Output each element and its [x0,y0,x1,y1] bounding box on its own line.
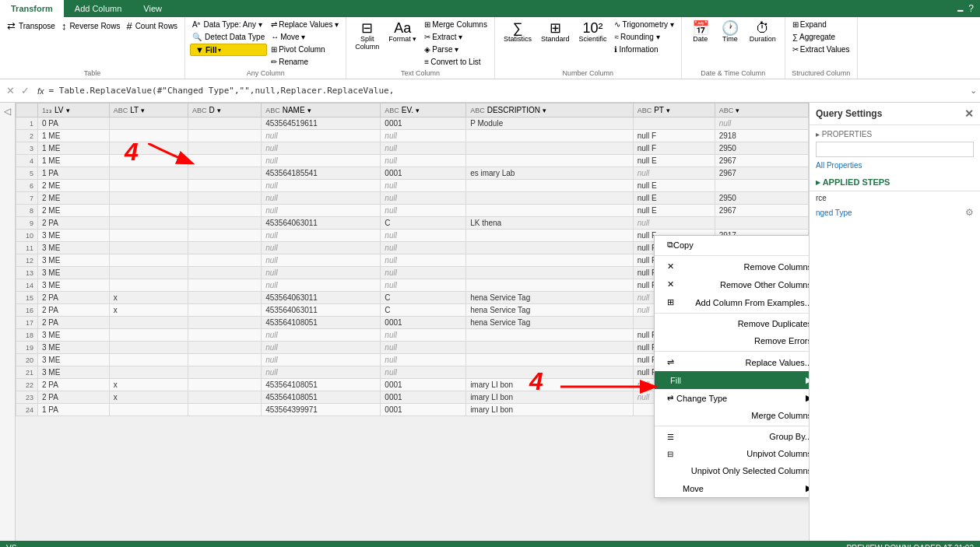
properties-section: ▸ PROPERTIES All Properties [810,125,980,174]
extract-values-button[interactable]: ✂ Extract Values [790,44,852,55]
col-header-d[interactable]: ABC D ▾ [188,103,262,117]
col-header-rownum [16,103,38,117]
pivot-column-button[interactable]: ⊞ Pivot Column [269,44,341,55]
transpose-icon: ⇄ [7,20,16,32]
remove-col-icon: ✕ [667,261,674,272]
scientific-button[interactable]: 10² Scientific [574,19,610,45]
sidebar-collapse-icon[interactable]: ◁ [4,106,11,117]
replace-values-button[interactable]: ⇌ Replace Values ▾ [269,19,341,30]
statistics-button[interactable]: ∑ Statistics [500,19,536,45]
rounding-button[interactable]: ≈ Rounding ▾ [612,31,676,43]
step-source[interactable]: rce [810,191,980,205]
scientific-icon: 10² [582,21,602,35]
duration-icon: ⏱ [756,21,770,35]
col-header-name[interactable]: ABC NAME ▾ [262,103,381,117]
ctx-unpivot-columns[interactable]: ⊟ Unpivot Columns [655,445,809,462]
ribbon-group-text-column: ⊟ SplitColumn Aa Format ▾ ⊞ Merge Column… [346,17,495,79]
ctx-replace-values[interactable]: ⇌ Replace Values... [655,353,809,371]
format-button[interactable]: Aa Format ▾ [385,19,420,45]
table-row[interactable]: 51 PA4535641855410001es imary Labnull296… [16,167,809,180]
minimize-icon[interactable]: 🗕 [956,3,965,14]
table-row[interactable]: 21 MEnullnullnull F2918 [16,130,809,142]
ctx-move[interactable]: Move ▶ [655,479,809,497]
info-icon: ℹ [614,45,617,54]
col-header-lt[interactable]: ABC LT ▾ [109,103,188,117]
status-right: PREVIEW DOWNLOADED AT 21:02 [846,544,974,548]
ctx-remove-duplicates[interactable]: Remove Duplicates [655,315,809,332]
table-row[interactable]: 41 MEnullnullnull E2967 [16,155,809,167]
fill-button[interactable]: ▼ Fill ▾ [190,44,267,56]
step-settings-icon[interactable]: ⚙ [965,207,974,218]
table-row[interactable]: 92 PA453564063011CLK thenanull [16,217,809,230]
rename-button[interactable]: ✏ Rename [269,56,341,68]
ctx-merge-columns[interactable]: Merge Columns [655,407,809,424]
ctx-remove-other-columns[interactable]: ✕ Remove Other Columns [655,275,809,293]
transpose-button[interactable]: ⇄ Transpose [5,19,58,33]
expand-formula-icon[interactable]: ⌄ [970,86,977,96]
ctx-copy[interactable]: ⧉ Copy [655,236,809,254]
tab-view[interactable]: View [132,0,173,17]
ctx-group-by[interactable]: ☰ Group By... [655,428,809,445]
ctx-change-type[interactable]: ⇄ Change Type ▶ [655,389,809,407]
table-row[interactable]: 72 MEnullnullnull E2950 [16,192,809,205]
aggregate-button[interactable]: ∑ Aggregate [790,31,852,43]
ctx-fill[interactable]: Fill ▶ Down Up [655,371,809,389]
formula-bar: ✕ ✓ fx = Table.ReplaceValue(#"Changed Ty… [0,79,980,103]
rounding-icon: ≈ [614,33,619,41]
col-header-lv[interactable]: 1₂₃ LV ▾ [38,103,110,117]
table-row[interactable]: 62 MEnullnullnull E [16,180,809,192]
table-row[interactable]: 82 MEnullnullnull E2967 [16,205,809,217]
col-header-pt[interactable]: ABC PT ▾ [633,103,715,117]
confirm-formula-button[interactable]: ✓ [21,85,30,96]
group-icon: ☰ [667,433,674,441]
move-icon: ↔ [271,33,279,41]
ctx-remove-errors[interactable]: Remove Errors [655,332,809,349]
fill-submenu-arrow: ▶ [806,375,809,385]
main-area: ◁ 1₂₃ LV ▾ ABC LT ▾ ABC D ▾ ABC NAME ▾ A… [0,103,980,541]
split-column-button[interactable]: ⊟ SplitColumn [351,19,383,53]
ctx-unpivot-selected[interactable]: Unpivot Only Selected Columns [655,462,809,479]
table-header-row: 1₂₃ LV ▾ ABC LT ▾ ABC D ▾ ABC NAME ▾ ABC… [16,103,809,117]
merge-columns-button[interactable]: ⊞ Merge Columns [422,19,490,30]
time-button[interactable]: 🕐 Time [716,19,744,45]
formula-input[interactable]: = Table.ReplaceValue(#"Changed Type","",… [49,86,967,96]
standard-button[interactable]: ⊞ Standard [537,19,574,45]
information-button[interactable]: ℹ Information [612,44,676,55]
rename-icon: ✏ [271,58,277,66]
list-icon: ≡ [424,58,429,66]
all-properties-link[interactable]: All Properties [816,161,862,170]
data-type-button[interactable]: Aⁿ Data Type: Any ▾ [190,19,267,30]
trigonometry-button[interactable]: ∿ Trigonometry ▾ [612,19,676,30]
expand-icon: ⊞ [792,20,799,29]
help-icon[interactable]: ? [968,3,974,14]
data-type-icon: Aⁿ [192,20,200,29]
table-row[interactable]: 10 PA4535645196110001P Modulenull [16,117,809,130]
count-rows-button[interactable]: # Count Rows [124,19,180,33]
ribbon: Transform Add Column View 🗕 ? ⇄ Transpos… [0,0,980,79]
date-button[interactable]: 📅 Date [687,19,715,45]
reverse-rows-button[interactable]: ↕ Reverse Rows [59,19,123,33]
ctx-add-from-examples[interactable]: ⊞ Add Column From Examples... [655,293,809,311]
tab-transform[interactable]: Transform [0,0,64,17]
table-row[interactable]: 31 MEnullnullnull F2950 [16,142,809,155]
expand-button[interactable]: ⊞ Expand [790,19,852,30]
duration-button[interactable]: ⏱ Duration [746,19,780,45]
tab-add-column[interactable]: Add Column [64,0,133,17]
query-name-input[interactable] [816,142,974,157]
col-header-more[interactable]: ABC ▾ [715,103,808,117]
step-changed-type[interactable]: nged Type ⚙ [810,205,980,220]
ctx-remove-columns[interactable]: ✕ Remove Columns [655,258,809,275]
properties-label: ▸ PROPERTIES [816,130,974,139]
replace-ctx-icon: ⇌ [667,357,674,367]
move-button[interactable]: ↔ Move ▾ [269,31,341,43]
col-header-description[interactable]: ABC DESCRIPTION ▾ [466,103,634,117]
col-header-ev[interactable]: ABC EV. ▾ [381,103,466,117]
context-menu: ⧉ Copy ✕ Remove Columns ✕ Remove Other C… [654,235,809,498]
close-panel-button[interactable]: ✕ [964,107,974,120]
detect-data-type-button[interactable]: 🔍 Detect Data Type [190,31,267,43]
add-examples-icon: ⊞ [667,297,674,307]
parse-button[interactable]: ◈ Parse ▾ [422,44,490,55]
cancel-formula-button[interactable]: ✕ [6,85,15,96]
convert-list-button[interactable]: ≡ Convert to List [422,56,490,68]
extract-button[interactable]: ✂ Extract ▾ [422,31,490,43]
